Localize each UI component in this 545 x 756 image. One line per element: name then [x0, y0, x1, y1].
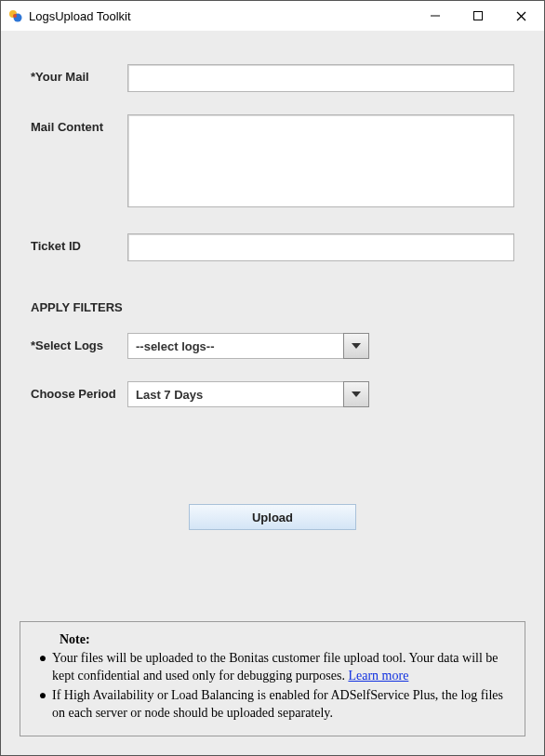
bullet-icon: ● — [33, 687, 52, 723]
svg-point-2 — [13, 14, 17, 18]
note-item-1: ● Your files will be uploaded to the Bon… — [33, 650, 512, 685]
chevron-down-icon — [343, 333, 369, 359]
mail-content-row: Mail Content — [16, 114, 529, 211]
maximize-button[interactable] — [457, 2, 499, 30]
ticket-input[interactable] — [127, 233, 514, 261]
svg-marker-8 — [352, 391, 361, 397]
period-dropdown[interactable]: Last 7 Days — [127, 381, 369, 407]
mail-content-input[interactable] — [127, 114, 514, 207]
select-logs-dropdown[interactable]: --select logs-- — [127, 333, 369, 359]
upload-wrap: Upload — [16, 504, 529, 530]
mail-label: *Your Mail — [16, 64, 127, 84]
mail-row: *Your Mail — [16, 64, 529, 92]
mail-input[interactable] — [127, 64, 514, 92]
note-title: Note: — [33, 631, 512, 649]
svg-marker-7 — [352, 343, 361, 349]
app-icon — [8, 8, 23, 23]
filters-heading: APPLY FILTERS — [16, 300, 529, 314]
period-row: Choose Period Last 7 Days — [16, 381, 529, 407]
mail-content-label: Mail Content — [16, 114, 127, 134]
ticket-label: Ticket ID — [16, 233, 127, 253]
select-logs-row: *Select Logs --select logs-- — [16, 333, 529, 359]
content-area: *Your Mail Mail Content Ticket ID APPLY … — [1, 31, 544, 755]
titlebar: LogsUpload Toolkit — [1, 1, 544, 31]
app-window: LogsUpload Toolkit *Your Mail Mail Conte… — [0, 0, 545, 756]
chevron-down-icon — [343, 381, 369, 407]
ticket-row: Ticket ID — [16, 233, 529, 261]
note-text-2: If High Availability or Load Balancing i… — [52, 687, 512, 723]
note-box: Note: ● Your files will be uploaded to t… — [20, 621, 525, 736]
minimize-button[interactable] — [414, 2, 457, 30]
bullet-icon: ● — [33, 650, 52, 685]
svg-rect-4 — [474, 12, 483, 20]
period-label: Choose Period — [16, 381, 127, 401]
select-logs-value: --select logs-- — [127, 333, 344, 359]
note-item-2: ● If High Availability or Load Balancing… — [33, 687, 512, 723]
learn-more-link[interactable]: Learn more — [348, 669, 408, 683]
note-text-1a: Your files will be uploaded to the Bonit… — [52, 651, 498, 683]
close-button[interactable] — [499, 2, 542, 30]
window-title: LogsUpload Toolkit — [29, 9, 414, 23]
select-logs-label: *Select Logs — [16, 333, 127, 352]
upload-button[interactable]: Upload — [189, 504, 356, 530]
period-value: Last 7 Days — [127, 381, 344, 407]
upload-button-label: Upload — [252, 511, 293, 524]
